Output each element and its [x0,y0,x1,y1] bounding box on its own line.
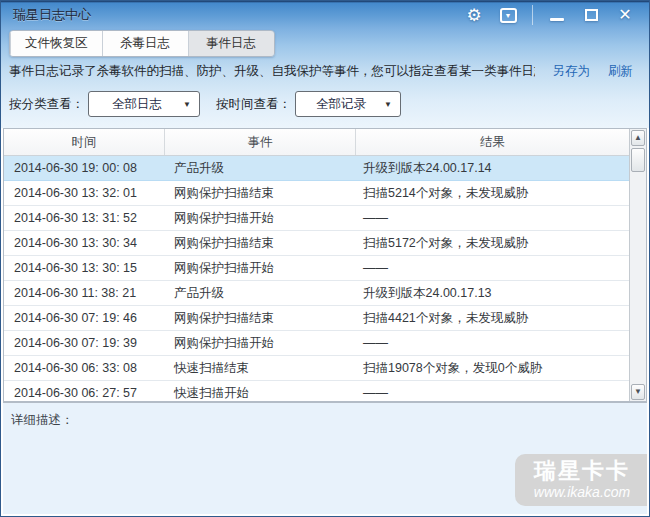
watermark-url: www.ikaka.com [527,485,637,500]
cell-event: 网购保护扫描开始 [164,331,355,355]
titlebar: 瑞星日志中心 ⚙ ▼ ✕ [1,1,649,29]
table-body: 2014-06-30 19: 00: 08 产品升级 升级到版本24.00.17… [4,156,629,401]
cell-time: 2014-06-30 06: 33: 08 [4,356,164,380]
table-row[interactable]: 2014-06-30 13: 32: 01 网购保护扫描结束 扫描5214个对象… [4,181,629,206]
column-header-event: 事件 [164,129,355,155]
vertical-scrollbar: ▲ ▼ [629,129,646,401]
detail-description-label: 详细描述： [3,403,647,429]
cell-result: —— [355,256,629,280]
cell-result: —— [355,206,629,230]
cell-event: 网购保护扫描开始 [164,206,355,230]
close-icon: ✕ [618,7,631,23]
cell-time: 2014-06-30 06: 27: 57 [4,381,164,401]
time-filter-value: 全部记录 [296,96,380,113]
tab-label: 杀毒日志 [120,36,170,50]
titlebar-icons: ⚙ ▼ ✕ [462,1,649,29]
scroll-thumb[interactable] [631,148,645,172]
gear-icon: ⚙ [466,7,481,24]
top-gradient-area: 瑞星日志中心 ⚙ ▼ ✕ [1,1,649,128]
view-menu-button[interactable]: ▼ [496,4,520,26]
column-header-time: 时间 [4,129,164,155]
table-row[interactable]: 2014-06-30 07: 19: 46 网购保护扫描结束 扫描4421个对象… [4,306,629,331]
table-row[interactable]: 2014-06-30 13: 31: 52 网购保护扫描开始 —— [4,206,629,231]
titlebar-divider [532,5,533,25]
table-header: 时间 事件 结果 [4,129,629,156]
settings-button[interactable]: ⚙ [462,4,486,26]
refresh-link[interactable]: 刷新 [608,63,633,80]
box-chevron-down-icon: ▼ [500,8,517,23]
tab-label: 文件恢复区 [25,36,88,50]
cell-result: 扫描4421个对象，未发现威胁 [355,306,629,330]
chevron-down-icon: ▼ [380,100,400,109]
event-log-table: 时间 事件 结果 2014-06-30 19: 00: 08 产品升级 升级到版… [4,129,629,401]
save-as-link[interactable]: 另存为 [553,63,591,80]
category-filter-value: 全部日志 [89,96,179,113]
table-row[interactable]: 2014-06-30 06: 27: 57 快速扫描开始 —— [4,381,629,401]
cell-result: 升级到版本24.00.17.13 [355,281,629,305]
cell-event: 产品升级 [164,156,355,180]
cell-event: 网购保护扫描开始 [164,256,355,280]
description-text: 事件日志记录了杀毒软件的扫描、防护、升级、自我保护等事件，您可以指定查看某一类事… [9,63,535,80]
cell-result: —— [355,381,629,401]
cell-event: 网购保护扫描结束 [164,231,355,255]
time-filter-select[interactable]: 全部记录 ▼ [295,91,401,117]
column-header-result: 结果 [355,129,629,155]
cell-event: 产品升级 [164,281,355,305]
table-row[interactable]: 2014-06-30 11: 38: 21 产品升级 升级到版本24.00.17… [4,281,629,306]
close-button[interactable]: ✕ [613,4,637,26]
cell-result: 升级到版本24.00.17.14 [355,156,629,180]
cell-result: —— [355,331,629,355]
up-arrow-icon: ▲ [634,134,642,142]
cell-time: 2014-06-30 07: 19: 46 [4,306,164,330]
filter-category-label: 按分类查看： [9,96,84,113]
tab-item[interactable]: 事件日志 [188,31,274,56]
cell-result: 扫描19078个对象，发现0个威胁 [355,356,629,380]
cell-time: 2014-06-30 13: 32: 01 [4,181,164,205]
table-row[interactable]: 2014-06-30 13: 30: 34 网购保护扫描结束 扫描5172个对象… [4,231,629,256]
minimize-icon [550,18,564,21]
category-filter-select[interactable]: 全部日志 ▼ [88,91,200,117]
cell-time: 2014-06-30 13: 30: 15 [4,256,164,280]
filter-time-label: 按时间查看： [216,96,291,113]
watermark: 瑞星卡卡 www.ikaka.com [515,454,647,506]
filter-row: 按分类查看： 全部日志 ▼ 按时间查看： 全部记录 ▼ [9,91,401,117]
cell-event: 网购保护扫描结束 [164,306,355,330]
tab-label: 事件日志 [206,36,256,50]
cell-time: 2014-06-30 13: 30: 34 [4,231,164,255]
cell-event: 快速扫描开始 [164,381,355,401]
cell-event: 快速扫描结束 [164,356,355,380]
window-title: 瑞星日志中心 [1,6,462,24]
cell-event: 网购保护扫描结束 [164,181,355,205]
event-log-table-panel: 时间 事件 结果 2014-06-30 19: 00: 08 产品升级 升级到版… [3,128,647,402]
cell-result: 扫描5214个对象，未发现威胁 [355,181,629,205]
scroll-down-button[interactable]: ▼ [631,384,645,400]
tab-bar: 文件恢复区 杀毒日志 事件日志 [9,30,275,57]
maximize-icon [585,9,598,21]
description-row: 事件日志记录了杀毒软件的扫描、防护、升级、自我保护等事件，您可以指定查看某一类事… [9,63,641,80]
maximize-button[interactable] [579,4,603,26]
cell-time: 2014-06-30 19: 00: 08 [4,156,164,180]
scroll-track[interactable] [630,173,646,383]
table-row[interactable]: 2014-06-30 19: 00: 08 产品升级 升级到版本24.00.17… [4,156,629,181]
cell-time: 2014-06-30 11: 38: 21 [4,281,164,305]
tab-item[interactable]: 杀毒日志 [102,31,188,56]
minimize-button[interactable] [545,4,569,26]
table-row[interactable]: 2014-06-30 07: 19: 39 网购保护扫描开始 —— [4,331,629,356]
log-center-window: 瑞星日志中心 ⚙ ▼ ✕ [0,0,650,517]
scroll-up-button[interactable]: ▲ [631,130,645,146]
tab-item[interactable]: 文件恢复区 [10,31,102,56]
chevron-down-icon: ▼ [179,100,199,109]
watermark-brand: 瑞星卡卡 [527,459,637,483]
table-row[interactable]: 2014-06-30 13: 30: 15 网购保护扫描开始 —— [4,256,629,281]
cell-result: 扫描5172个对象，未发现威胁 [355,231,629,255]
cell-time: 2014-06-30 13: 31: 52 [4,206,164,230]
down-arrow-icon: ▼ [634,388,642,396]
table-row[interactable]: 2014-06-30 06: 33: 08 快速扫描结束 扫描19078个对象，… [4,356,629,381]
cell-time: 2014-06-30 07: 19: 39 [4,331,164,355]
detail-panel: 详细描述： 瑞星卡卡 www.ikaka.com [3,402,647,514]
